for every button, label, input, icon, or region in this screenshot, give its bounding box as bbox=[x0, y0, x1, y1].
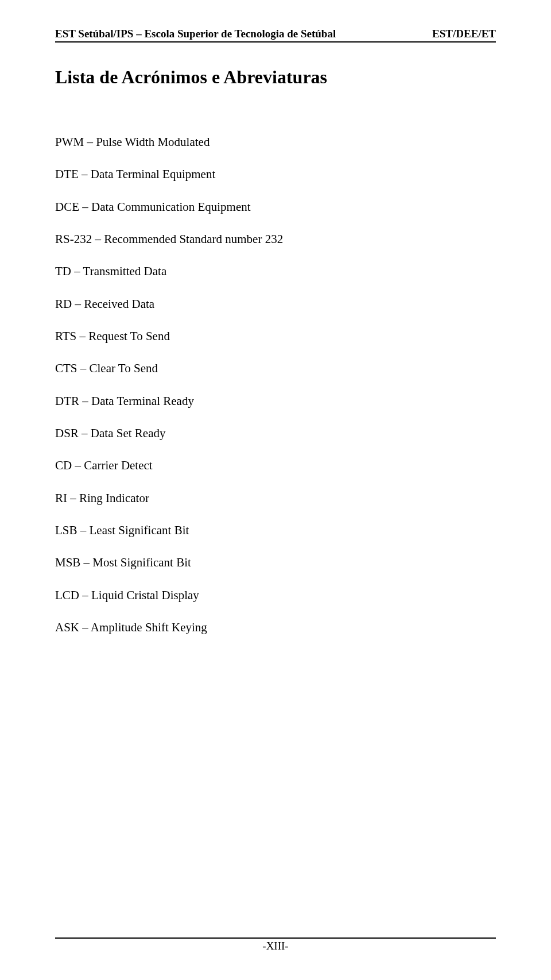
list-item: LSB – Least Significant Bit bbox=[55, 522, 496, 538]
page-header: EST Setúbal/IPS – Escola Superior de Tec… bbox=[55, 28, 496, 43]
list-item: DTR – Data Terminal Ready bbox=[55, 393, 496, 409]
list-item: CD – Carrier Detect bbox=[55, 457, 496, 473]
list-item: RI – Ring Indicator bbox=[55, 490, 496, 506]
list-item: CTS – Clear To Send bbox=[55, 360, 496, 376]
list-item: ASK – Amplitude Shift Keying bbox=[55, 619, 496, 635]
page-title: Lista de Acrónimos e Abreviaturas bbox=[55, 67, 496, 88]
list-item: DTE – Data Terminal Equipment bbox=[55, 166, 496, 182]
header-left: EST Setúbal/IPS – Escola Superior de Tec… bbox=[55, 28, 336, 40]
list-item: DSR – Data Set Ready bbox=[55, 425, 496, 441]
list-item: PWM – Pulse Width Modulated bbox=[55, 134, 496, 150]
acronym-list: PWM – Pulse Width Modulated DTE – Data T… bbox=[55, 134, 496, 652]
page-footer: -XIII- bbox=[55, 937, 496, 952]
header-right: EST/DEE/ET bbox=[432, 28, 496, 40]
list-item: MSB – Most Significant Bit bbox=[55, 554, 496, 570]
list-item: DCE – Data Communication Equipment bbox=[55, 199, 496, 215]
list-item: LCD – Liquid Cristal Display bbox=[55, 587, 496, 603]
list-item: TD – Transmitted Data bbox=[55, 263, 496, 279]
list-item: RD – Received Data bbox=[55, 296, 496, 312]
list-item: RS-232 – Recommended Standard number 232 bbox=[55, 231, 496, 247]
page: EST Setúbal/IPS – Escola Superior de Tec… bbox=[0, 0, 551, 980]
list-item: RTS – Request To Send bbox=[55, 328, 496, 344]
